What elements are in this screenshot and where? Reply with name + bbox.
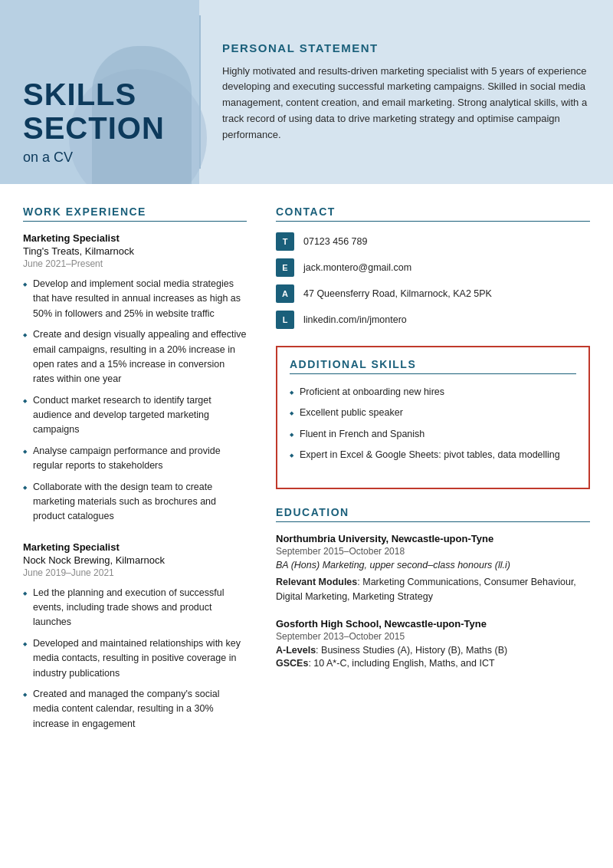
contact-linkedin: L linkedin.com/in/jmontero xyxy=(276,311,590,329)
contact-address-value: 47 Queensferry Road, Kilmarnock, KA2 5PK xyxy=(303,288,492,299)
address-icon: A xyxy=(276,284,294,303)
edu-2-school: Gosforth High School, Newcastle-upon-Tyn… xyxy=(276,618,590,630)
personal-statement-text: Highly motivated and results-driven mark… xyxy=(222,64,590,143)
contact-linkedin-value: linkedin.com/in/jmontero xyxy=(303,314,407,325)
cv-title: SKILLS SECTION xyxy=(23,77,181,145)
left-column: WORK EXPERIENCE Marketing Specialist Tin… xyxy=(23,205,268,748)
header-left: SKILLS SECTION on a CV xyxy=(0,0,199,184)
contact-email: E jack.montero@gmail.com xyxy=(276,258,590,277)
job-2-bullets: Led the planning and execution of succes… xyxy=(23,586,247,732)
work-experience-heading: WORK EXPERIENCE xyxy=(23,205,247,222)
job-2-company: Nock Nock Brewing, Kilmarnock xyxy=(23,554,247,566)
edu-1-modules: Relevant Modules: Marketing Communicatio… xyxy=(276,575,590,605)
header: SKILLS SECTION on a CV PERSONAL STATEMEN… xyxy=(0,0,613,184)
list-item: Create and design visually appealing and… xyxy=(23,327,247,387)
email-icon: E xyxy=(276,258,294,277)
additional-skills-heading: ADDITIONAL SKILLS xyxy=(290,358,576,374)
job-1-title: Marketing Specialist xyxy=(23,232,247,244)
phone-icon: T xyxy=(276,232,294,251)
edu-1-date: September 2015–October 2018 xyxy=(276,546,590,557)
list-item: Proficient at onboarding new hires xyxy=(290,385,576,399)
contact-phone-value: 07123 456 789 xyxy=(303,236,367,247)
edu-1: Northumbria University, Newcastle-upon-T… xyxy=(276,533,590,605)
additional-skills-box: ADDITIONAL SKILLS Proficient at onboardi… xyxy=(276,346,590,489)
linkedin-icon: L xyxy=(276,311,294,329)
job-2-date: June 2019–June 2021 xyxy=(23,567,247,578)
edu-2: Gosforth High School, Newcastle-upon-Tyn… xyxy=(276,618,590,669)
list-item: Collaborate with the design team to crea… xyxy=(23,480,247,524)
right-column: CONTACT T 07123 456 789 E jack.montero@g… xyxy=(268,205,590,748)
job-1-company: Ting's Treats, Kilmarnock xyxy=(23,245,247,257)
education-heading: EDUCATION xyxy=(276,506,590,522)
cv-subtitle: on a CV xyxy=(23,150,181,166)
personal-statement-heading: PERSONAL STATEMENT xyxy=(222,41,590,54)
list-item: Conduct market research to identify targ… xyxy=(23,393,247,438)
list-item: Led the planning and execution of succes… xyxy=(23,586,247,630)
edu-2-alevels: A-Levels: Business Studies (A), History … xyxy=(276,645,590,656)
contact-address: A 47 Queensferry Road, Kilmarnock, KA2 5… xyxy=(276,284,590,303)
contact-list: T 07123 456 789 E jack.montero@gmail.com… xyxy=(276,232,590,329)
header-divider xyxy=(199,15,201,169)
list-item: Created and managed the company's social… xyxy=(23,687,247,732)
main-content: WORK EXPERIENCE Marketing Specialist Tin… xyxy=(0,184,613,771)
job-2: Marketing Specialist Nock Nock Brewing, … xyxy=(23,541,247,732)
list-item: Analyse campaign performance and provide… xyxy=(23,444,247,474)
list-item: Developed and maintained relationships w… xyxy=(23,636,247,681)
contact-email-value: jack.montero@gmail.com xyxy=(303,262,411,273)
additional-skills-list: Proficient at onboarding new hires Excel… xyxy=(290,385,576,463)
list-item: Fluent in French and Spanish xyxy=(290,427,576,442)
edu-2-gsces: GSCEs: 10 A*-C, including English, Maths… xyxy=(276,658,590,669)
job-2-title: Marketing Specialist xyxy=(23,541,247,553)
list-item: Excellent public speaker xyxy=(290,406,576,420)
contact-phone: T 07123 456 789 xyxy=(276,232,590,251)
job-1-date: June 2021–Present xyxy=(23,258,247,269)
job-1: Marketing Specialist Ting's Treats, Kilm… xyxy=(23,232,247,524)
edu-1-degree: BA (Hons) Marketing, upper second–class … xyxy=(276,560,590,570)
list-item: Expert in Excel & Google Sheets: pivot t… xyxy=(290,448,576,462)
list-item: Develop and implement social media strat… xyxy=(23,277,247,321)
contact-heading: CONTACT xyxy=(276,205,590,222)
edu-2-date: September 2013–October 2015 xyxy=(276,631,590,642)
edu-1-school: Northumbria University, Newcastle-upon-T… xyxy=(276,533,590,544)
header-right: PERSONAL STATEMENT Highly motivated and … xyxy=(199,0,613,184)
job-1-bullets: Develop and implement social media strat… xyxy=(23,277,247,524)
